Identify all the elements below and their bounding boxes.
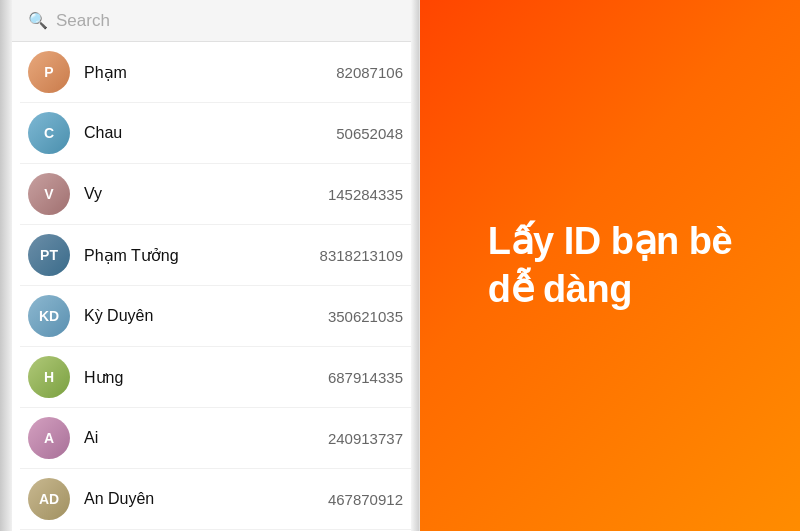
avatar: A [28, 417, 70, 459]
avatar: C [28, 112, 70, 154]
avatar-initials: AD [28, 478, 70, 520]
contact-item[interactable]: PT Phạm Tưởng 8318213109 [20, 225, 419, 286]
contact-item[interactable]: H Hưng 687914335 [20, 347, 419, 408]
contact-id: 240913737 [328, 430, 403, 447]
avatar: AD [28, 478, 70, 520]
promo-section: Lấy ID bạn bè dễ dàng [420, 0, 800, 531]
phone-frame: 🔍 Search P Phạm 82087106 C Chau 50652048… [0, 0, 420, 531]
contact-id: 467870912 [328, 491, 403, 508]
contact-name: Chau [84, 124, 122, 142]
contact-item[interactable]: KD Kỳ Duyên 350621035 [20, 286, 419, 347]
promo-line1: Lấy ID bạn bè [488, 220, 732, 262]
contact-id: 82087106 [336, 64, 403, 81]
avatar: PT [28, 234, 70, 276]
avatar: KD [28, 295, 70, 337]
contact-id: 50652048 [336, 125, 403, 142]
avatar-initials: C [28, 112, 70, 154]
contact-id: 687914335 [328, 369, 403, 386]
contact-name: Phạm Tưởng [84, 246, 179, 265]
avatar: P [28, 51, 70, 93]
search-placeholder: Search [56, 11, 110, 31]
contact-item[interactable]: C Chau 50652048 [20, 103, 419, 164]
contact-name: Hưng [84, 368, 123, 387]
contact-name: Kỳ Duyên [84, 307, 153, 325]
avatar-initials: V [28, 173, 70, 215]
promo-text: Lấy ID bạn bè dễ dàng [488, 218, 732, 313]
contact-name: Phạm [84, 63, 127, 82]
contact-item[interactable]: A Ai 240913737 [20, 408, 419, 469]
search-icon: 🔍 [28, 11, 48, 30]
contact-name: An Duyên [84, 490, 154, 508]
avatar-initials: KD [28, 295, 70, 337]
avatar-initials: H [28, 356, 70, 398]
contact-name: Vy [84, 185, 102, 203]
contact-list: P Phạm 82087106 C Chau 50652048 V Vy 145… [0, 42, 419, 531]
avatar: H [28, 356, 70, 398]
contact-item[interactable]: AD An Duyên 467870912 [20, 469, 419, 530]
contact-id: 8318213109 [320, 247, 403, 264]
contact-item[interactable]: V Vy 145284335 [20, 164, 419, 225]
contact-item[interactable]: P Phạm 82087106 [20, 42, 419, 103]
avatar-initials: P [28, 51, 70, 93]
search-bar[interactable]: 🔍 Search [0, 0, 419, 42]
avatar-initials: A [28, 417, 70, 459]
contact-id: 145284335 [328, 186, 403, 203]
contact-id: 350621035 [328, 308, 403, 325]
avatar-initials: PT [28, 234, 70, 276]
promo-line2: dễ dàng [488, 268, 632, 310]
contact-name: Ai [84, 429, 98, 447]
avatar: V [28, 173, 70, 215]
